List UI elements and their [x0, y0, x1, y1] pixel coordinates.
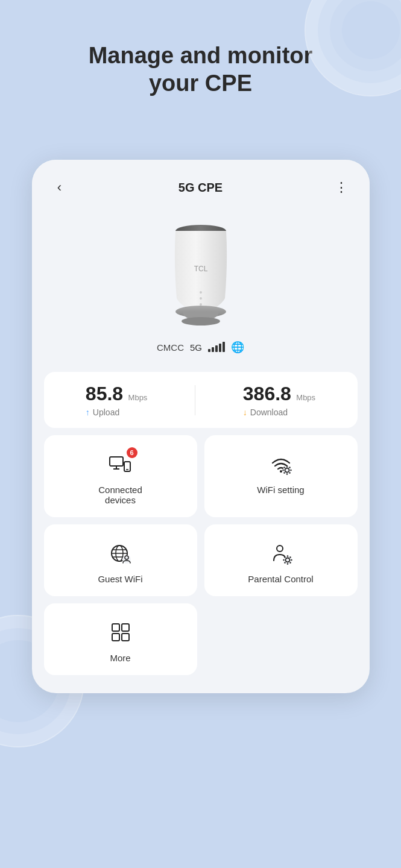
router-area: TCL CMCC 5G 🌐 [32, 208, 370, 366]
guest-wifi-icon [106, 539, 135, 568]
speed-card: 85.8 Mbps ↑ Upload 386.8 Mbps ↓ Download [44, 372, 358, 428]
svg-point-22 [289, 467, 290, 468]
svg-point-19 [283, 467, 285, 468]
signal-bar-2 [212, 347, 214, 352]
parental-control-label: Parental Control [248, 574, 313, 584]
svg-point-16 [286, 473, 287, 474]
svg-point-36 [291, 559, 292, 561]
svg-point-33 [286, 555, 288, 556]
signal-bar-3 [215, 345, 218, 352]
svg-point-20 [289, 472, 290, 473]
back-button[interactable]: ‹ [49, 177, 71, 198]
connected-devices-item[interactable]: 6 Connecteddevices [44, 435, 197, 517]
router-image: TCL [147, 214, 255, 335]
svg-point-15 [286, 465, 287, 467]
download-label: ↓ Download [243, 407, 315, 417]
more-item[interactable]: More [44, 603, 197, 675]
parental-control-item[interactable]: Parental Control [204, 524, 358, 596]
svg-rect-43 [112, 634, 119, 641]
svg-rect-44 [122, 634, 129, 641]
svg-point-5 [200, 297, 202, 300]
svg-rect-41 [112, 624, 119, 631]
svg-point-37 [284, 556, 285, 558]
more-icon [106, 618, 135, 647]
signal-bar-1 [208, 349, 210, 352]
upload-unit: Mbps [128, 393, 148, 402]
download-speed: 386.8 Mbps ↓ Download [243, 383, 315, 417]
svg-point-17 [282, 470, 283, 471]
globe-icon: 🌐 [231, 341, 244, 354]
phone-header: ‹ 5G CPE ⋮ [32, 160, 370, 208]
upload-label: ↑ Upload [86, 407, 148, 417]
network-type: 5G [190, 342, 202, 353]
page-title: 5G CPE [178, 181, 223, 195]
phone-card: ‹ 5G CPE ⋮ [32, 160, 370, 693]
wifi-setting-item[interactable]: WiFi setting [204, 435, 358, 517]
upload-arrow-icon: ↑ [86, 407, 90, 417]
download-unit: Mbps [296, 393, 315, 402]
signal-bars [208, 342, 225, 352]
network-status: CMCC 5G 🌐 [157, 341, 244, 354]
svg-point-6 [200, 303, 202, 306]
svg-rect-42 [122, 624, 129, 631]
svg-point-4 [200, 291, 202, 294]
svg-text:TCL: TCL [194, 265, 207, 273]
svg-rect-7 [110, 457, 123, 466]
guest-wifi-item[interactable]: Guest WiFi [44, 524, 197, 596]
download-value: 386.8 [243, 383, 291, 404]
svg-point-2 [182, 317, 220, 326]
download-arrow-icon: ↓ [243, 407, 247, 417]
svg-point-38 [289, 562, 291, 563]
signal-bar-5 [223, 342, 225, 352]
connected-devices-icon: 6 [106, 450, 135, 479]
svg-point-18 [290, 470, 291, 471]
connected-devices-label: Connecteddevices [98, 485, 142, 505]
svg-point-12 [280, 470, 282, 473]
svg-point-39 [284, 562, 285, 563]
svg-point-34 [286, 563, 288, 564]
parental-control-icon [267, 539, 295, 568]
svg-point-30 [277, 546, 283, 552]
guest-wifi-label: Guest WiFi [98, 574, 142, 584]
upload-value: 85.8 [86, 383, 123, 404]
signal-bar-4 [219, 344, 221, 352]
svg-point-40 [289, 556, 291, 558]
options-button[interactable]: ⋮ [330, 177, 352, 198]
speed-divider [195, 385, 195, 415]
connected-devices-badge: 6 [127, 447, 137, 458]
more-label: More [110, 653, 130, 663]
svg-point-35 [283, 559, 284, 561]
carrier-name: CMCC [157, 342, 184, 353]
wifi-setting-icon [267, 450, 295, 479]
menu-grid: 6 Connecteddevices [44, 435, 358, 675]
svg-point-21 [283, 472, 285, 473]
wifi-setting-label: WiFi setting [257, 485, 304, 495]
upload-speed: 85.8 Mbps ↑ Upload [86, 383, 148, 417]
